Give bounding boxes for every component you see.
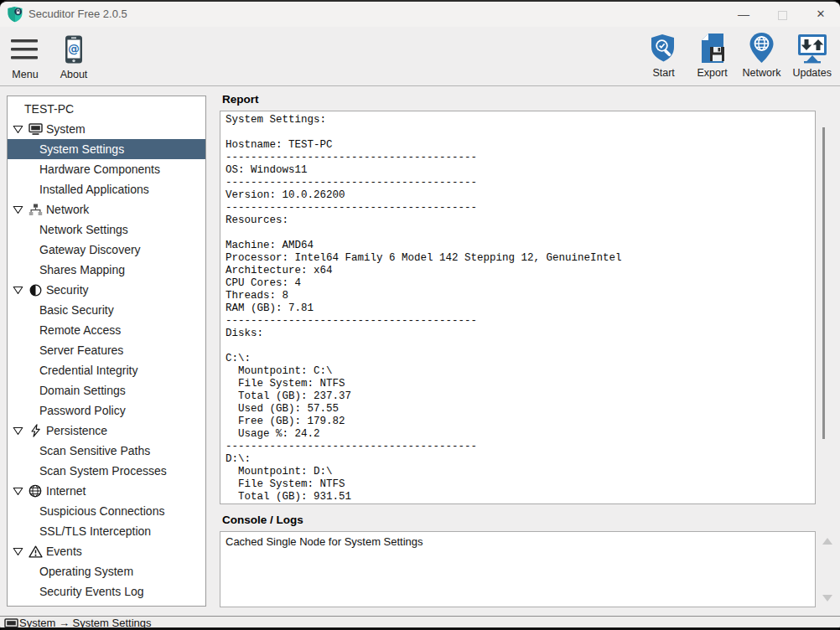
tree-category-persistence[interactable]: Persistence [8,421,205,441]
report-heading: Report [222,93,259,106]
computer-icon [4,618,16,628]
app-logo-shield-icon [7,6,23,23]
tree-item-remote-access[interactable]: Remote Access [8,320,205,340]
close-button[interactable]: ✕ [801,2,840,27]
toolbar-about-button[interactable]: @About [55,32,92,80]
warning-icon [28,545,43,558]
updates-monitor-icon [796,30,828,65]
status-text: System → System Settings [19,617,152,630]
tree-category-system[interactable]: System [8,119,205,139]
tree-item-credential-integrity[interactable]: Credential Integrity [8,360,205,380]
expander-icon[interactable] [13,547,23,556]
toolbar-export-label: Export [697,67,728,79]
tree-item-label: Domain Settings [8,384,126,397]
toolbar-menu-label: Menu [12,69,38,80]
tree-item-ssl-tls-interception[interactable]: SSL/TLS Interception [8,521,205,541]
menu-icon [11,32,39,67]
tree-item-server-features[interactable]: Server Features [8,340,205,360]
title-bar: Secuditor Free 2.0.5 — ✕ [0,2,840,27]
export-save-icon [698,30,727,65]
toolbar-about-label: About [60,69,88,80]
toolbar-start-label: Start [652,67,674,79]
bolt-icon [28,424,43,437]
expander-icon[interactable] [13,487,23,496]
tree-item-label: Security Events Log [8,585,144,598]
tree-item-hardware-components[interactable]: Hardware Components [8,159,205,179]
tree-item-label: Server Features [8,343,123,357]
toolbar-menu-button[interactable]: Menu [7,32,44,80]
report-scrollbar[interactable] [822,127,825,439]
toolbar-updates-label: Updates [792,67,832,79]
console-heading: Console / Logs [222,514,303,526]
tree-item-label: Installed Applications [8,183,149,196]
tree-item-installed-applications[interactable]: Installed Applications [8,179,205,199]
tree-category-events[interactable]: Events [8,541,205,561]
tree-category-security[interactable]: Security [8,280,205,300]
tree-root-node[interactable]: TEST-PC [8,99,205,119]
tree-item-suspicious-connections[interactable]: Suspicious Connections [8,501,205,521]
toolbar-left-group: Menu@About [7,32,92,80]
console-panel[interactable]: Cached Single Node for System Settings [220,531,816,607]
tree-item-label: Scan System Processes [8,464,167,478]
tree-item-scan-sensitive-paths[interactable]: Scan Sensitive Paths [8,441,205,461]
toolbar-export-button[interactable]: Export [694,30,731,79]
tree-item-label: System Settings [8,142,124,156]
maximize-icon [778,11,787,20]
computer-icon [28,122,43,136]
tree-item-basic-security[interactable]: Basic Security [8,300,205,320]
toolbar-updates-button[interactable]: Updates [792,30,832,79]
tree-root-label: TEST-PC [8,102,74,116]
window-title: Secuditor Free 2.0.5 [29,8,127,20]
network-pin-icon [749,30,775,65]
half-circle-icon [28,283,43,297]
console-scroll-down-icon[interactable] [822,595,832,602]
globe-icon [28,484,43,498]
toolbar-start-button[interactable]: Start [646,30,682,79]
tree-item-gateway-discovery[interactable]: Gateway Discovery [8,240,205,260]
tree-item-label: Operating System [8,565,133,578]
console-text: Cached Single Node for System Settings [220,532,815,551]
report-text: System Settings: Hostname: TEST-PC -----… [220,111,815,504]
expander-icon[interactable] [13,125,23,134]
start-shield-icon [648,30,679,65]
expander-icon[interactable] [13,426,23,436]
tree-item-operating-system[interactable]: Operating System [8,561,205,581]
status-bar: System → System Settings [0,616,840,630]
tree-item-label: SSL/TLS Interception [8,524,151,538]
toolbar: Menu@About StartExportNetworkUpdates [0,27,840,86]
tree-item-label: Gateway Discovery [8,243,141,256]
about-icon: @ [65,32,83,67]
lan-icon [28,203,43,216]
console-scroll-up-icon[interactable] [822,538,832,545]
tree-category-network[interactable]: Network [8,199,205,219]
tree-item-label: Hardware Components [8,163,160,176]
maximize-button[interactable] [763,2,801,27]
tree-item-label: Scan Sensitive Paths [8,444,150,457]
tree-category-internet[interactable]: Internet [8,481,205,501]
expander-icon[interactable] [13,205,23,214]
tree-item-label: Suspicious Connections [8,504,164,518]
toolbar-network-button[interactable]: Network [743,30,781,79]
tree-item-label: Credential Integrity [8,364,138,377]
tree-item-domain-settings[interactable]: Domain Settings [8,380,205,400]
app-window: Secuditor Free 2.0.5 — ✕ Menu@About Star… [0,0,840,630]
toolbar-network-label: Network [743,67,781,79]
tree-item-label: Remote Access [8,323,121,337]
minimize-button[interactable]: — [724,2,763,27]
tree-item-scan-system-processes[interactable]: Scan System Processes [8,461,205,481]
report-panel[interactable]: System Settings: Hostname: TEST-PC -----… [220,111,816,504]
svg-text:@: @ [68,42,80,55]
tree-item-label: Network Settings [8,223,128,236]
tree-item-password-policy[interactable]: Password Policy [8,400,205,421]
tree-item-security-events-log[interactable]: Security Events Log [8,581,205,602]
tree-item-network-settings[interactable]: Network Settings [8,219,205,240]
expander-icon[interactable] [13,286,23,295]
toolbar-right-group: StartExportNetworkUpdates [646,30,832,79]
tree-item-label: Basic Security [8,303,114,317]
tree-item-system-settings[interactable]: System Settings [8,139,205,159]
tree-item-shares-mapping[interactable]: Shares Mapping [8,260,205,280]
tree-item-label: Password Policy [8,404,126,417]
tree-item-label: Shares Mapping [8,263,125,276]
sidebar-tree: TEST-PCSystemSystem SettingsHardware Com… [7,96,206,607]
